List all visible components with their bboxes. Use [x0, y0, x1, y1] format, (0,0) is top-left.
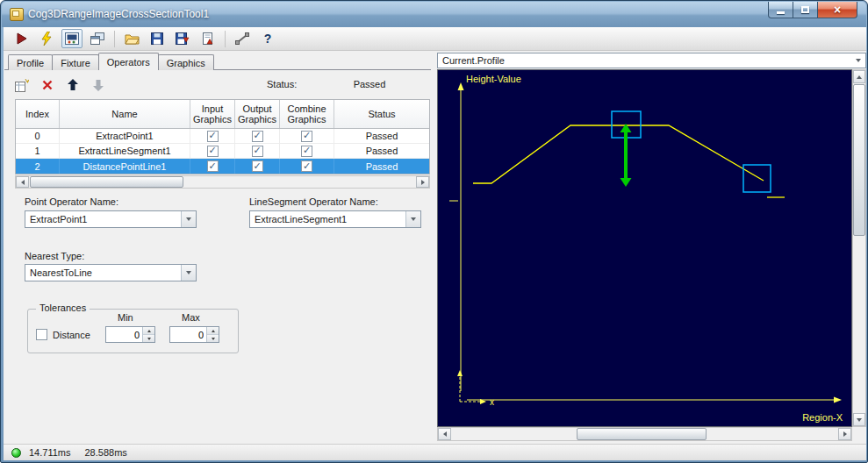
execution-time: 14.711ms [29, 447, 71, 458]
spin-down-icon[interactable] [207, 335, 219, 342]
client-area: ? Profile Fixture Operators Graphics S [4, 27, 866, 460]
tab-operators[interactable]: Operators [98, 53, 159, 70]
help-icon[interactable]: ? [257, 29, 278, 48]
spin-up-icon[interactable] [143, 327, 154, 335]
input-graphics-checkbox[interactable] [207, 146, 219, 157]
row-index: 2 [16, 159, 60, 174]
table-row[interactable]: 2 DistancePointLine1 Passed [16, 159, 429, 174]
row-index: 1 [16, 144, 60, 158]
linesegment-operator-label: LineSegment Operator Name: [249, 196, 378, 207]
nearest-type-combobox[interactable]: NearestToLine [25, 264, 197, 281]
profile-source-combobox[interactable]: Current.Profile [437, 53, 866, 68]
combine-graphics-checkbox[interactable] [301, 146, 312, 157]
y-axis-label: Height-Value [466, 74, 521, 84]
input-graphics-checkbox[interactable] [207, 160, 219, 172]
tolerances-title: Tolerances [36, 303, 90, 313]
point-operator-combobox[interactable]: ExtractPoint1 [25, 210, 197, 228]
titlebar[interactable]: Cog3DRangeImageCrossSectionTool1 × [2, 2, 866, 27]
app-window: Cog3DRangeImageCrossSectionTool1 × [0, 0, 868, 463]
toolbar-separator [225, 31, 226, 47]
min-label: Min [118, 312, 133, 323]
tab-profile[interactable]: Profile [8, 54, 53, 70]
output-graphics-checkbox[interactable] [252, 160, 263, 172]
row-name: DistancePointLine1 [60, 159, 190, 174]
distance-min-stepper [105, 326, 155, 343]
profile-vertical-scrollbar[interactable] [852, 69, 866, 427]
status-bar: 14.711ms 28.588ms [4, 444, 866, 460]
delete-operator-icon[interactable] [39, 76, 56, 94]
svg-text:x: x [490, 397, 494, 407]
image-display-toggle-icon[interactable] [61, 29, 82, 48]
table-row[interactable]: 0 ExtractPoint1 Passed [16, 129, 429, 144]
add-operator-icon[interactable] [13, 76, 31, 94]
chevron-down-icon[interactable] [850, 53, 865, 68]
main-toolbar: ? [4, 27, 866, 51]
trigger-lightning-icon[interactable] [36, 29, 57, 48]
minimize-icon [777, 11, 785, 14]
linesegment-operator-combobox[interactable]: ExtractLineSegment1 [249, 210, 421, 228]
chevron-down-icon[interactable] [181, 265, 196, 281]
nearest-type-label: Nearest Type: [25, 251, 84, 261]
chevron-down-icon[interactable] [405, 211, 420, 227]
combine-graphics-checkbox[interactable] [301, 131, 312, 142]
row-status: Passed [334, 159, 429, 174]
scroll-thumb[interactable] [577, 428, 707, 440]
distance-label: Distance [53, 330, 90, 340]
status-label: Status: [267, 79, 297, 89]
scroll-thumb[interactable] [853, 84, 865, 236]
tolerances-groupbox: Tolerances Min Max Distance [27, 309, 239, 353]
distance-max-input[interactable] [170, 327, 206, 342]
profile-plot[interactable]: x Height-Value Region-X [437, 69, 852, 427]
open-file-icon[interactable] [121, 29, 142, 48]
distance-min-input[interactable] [106, 327, 142, 342]
scroll-left-icon[interactable] [16, 176, 29, 188]
operators-toolbar [13, 75, 107, 95]
x-axis-label: Region-X [802, 412, 843, 423]
save-icon[interactable] [147, 29, 168, 48]
total-time: 28.588ms [85, 447, 127, 458]
point-operator-label: Point Operator Name: [25, 196, 118, 207]
tab-graphics[interactable]: Graphics [158, 54, 214, 70]
distance-max-stepper [169, 326, 219, 343]
output-graphics-checkbox[interactable] [252, 131, 263, 142]
row-name: ExtractPoint1 [60, 129, 190, 143]
maximize-button[interactable] [793, 2, 818, 18]
app-icon [10, 8, 24, 21]
combine-graphics-checkbox[interactable] [301, 160, 312, 172]
chevron-down-icon[interactable] [181, 211, 196, 227]
close-button[interactable]: × [818, 2, 857, 18]
run-icon[interactable] [11, 29, 32, 48]
float-window-icon[interactable] [87, 29, 108, 48]
table-row[interactable]: 1 ExtractLineSegment1 Passed [16, 144, 429, 159]
max-label: Max [182, 312, 200, 323]
scroll-right-icon[interactable] [416, 176, 429, 188]
window-title: Cog3DRangeImageCrossSectionTool1 [28, 8, 209, 20]
minimize-button[interactable] [768, 2, 793, 18]
scroll-up-icon[interactable] [853, 70, 865, 83]
import-icon[interactable] [172, 29, 193, 48]
distance-checkbox[interactable] [36, 329, 47, 340]
move-down-icon[interactable] [90, 76, 107, 94]
move-up-icon[interactable] [64, 76, 82, 94]
operators-table: Index Name InputGraphics OutputGraphics … [15, 99, 430, 175]
scroll-down-icon[interactable] [853, 413, 865, 426]
profile-horizontal-scrollbar[interactable] [437, 427, 852, 441]
scroll-left-icon[interactable] [438, 428, 451, 440]
export-icon[interactable] [197, 29, 219, 48]
tab-fixture[interactable]: Fixture [52, 54, 99, 70]
input-graphics-checkbox[interactable] [207, 131, 219, 142]
spin-down-icon[interactable] [143, 335, 154, 342]
output-graphics-checkbox[interactable] [252, 146, 263, 157]
row-status: Passed [334, 144, 429, 158]
row-index: 0 [16, 129, 60, 143]
profile-plot-canvas[interactable]: x [438, 70, 851, 426]
scroll-thumb[interactable] [30, 176, 183, 188]
measure-profile-icon[interactable] [232, 29, 253, 48]
maximize-icon [801, 6, 809, 13]
tab-strip: Profile Fixture Operators Graphics [8, 53, 213, 70]
row-status: Passed [334, 129, 429, 143]
operators-table-body: 0 ExtractPoint1 Passed 1 ExtractLineSegm… [16, 129, 429, 174]
scroll-right-icon[interactable] [838, 428, 851, 440]
table-horizontal-scrollbar[interactable] [15, 175, 430, 189]
spin-up-icon[interactable] [207, 327, 219, 335]
